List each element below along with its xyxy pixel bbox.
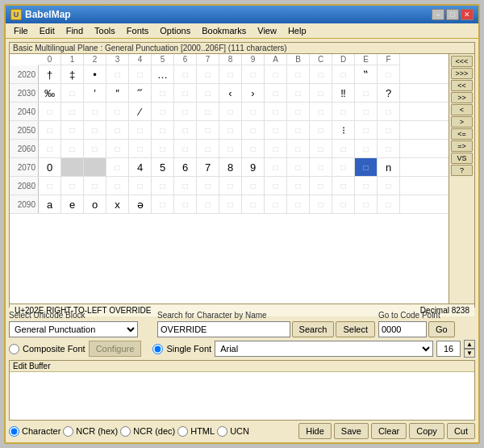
grid-cell-20208[interactable]: □: [219, 65, 242, 83]
grid-cell-20209[interactable]: □: [242, 65, 265, 83]
grid-cell-2060F[interactable]: □: [378, 140, 400, 157]
minimize-button[interactable]: −: [432, 9, 444, 20]
ncr-hex-radio[interactable]: [63, 426, 73, 437]
grid-cell-20507[interactable]: □: [197, 121, 219, 139]
grid-cell-20704[interactable]: 4: [129, 158, 152, 176]
grid-cell-20607[interactable]: □: [197, 140, 219, 157]
grid-cell-20701[interactable]: □: [61, 158, 84, 176]
grid-cell-20605[interactable]: □: [152, 140, 174, 157]
grid-cell-20807[interactable]: □: [197, 177, 219, 195]
grid-cell-20503[interactable]: □: [106, 121, 129, 139]
edit-buffer-content[interactable]: [10, 371, 474, 420]
grid-cell-2020C[interactable]: □: [310, 65, 332, 83]
menu-view[interactable]: View: [252, 24, 282, 37]
select-button[interactable]: Select: [336, 321, 375, 337]
menu-file[interactable]: File: [9, 24, 33, 37]
grid-cell-20705[interactable]: 5: [152, 158, 174, 176]
grid-cell-2050A[interactable]: □: [265, 121, 287, 139]
grid-cell-2070C[interactable]: □: [310, 158, 332, 176]
grid-cell-20408[interactable]: □: [219, 103, 242, 120]
grid-cell-20608[interactable]: □: [219, 140, 242, 157]
grid-cell-20508[interactable]: □: [219, 121, 242, 139]
grid-cell-20304[interactable]: ‴: [129, 84, 152, 102]
grid-cell-2040B[interactable]: □: [287, 103, 310, 120]
grid-cell-20708[interactable]: 8: [219, 158, 242, 176]
grid-cell-20401[interactable]: □: [61, 103, 84, 120]
goto-input[interactable]: [378, 321, 427, 337]
grid-cell-20309[interactable]: ›: [242, 84, 265, 102]
grid-cell-2030D[interactable]: ‼: [332, 84, 355, 102]
grid-cell-20909[interactable]: □: [242, 195, 265, 213]
grid-cell-20604[interactable]: □: [129, 140, 152, 157]
grid-cell-20402[interactable]: □: [84, 103, 106, 120]
scroll-next-row[interactable]: >: [451, 116, 473, 128]
grid-cell-20908[interactable]: □: [219, 195, 242, 213]
scroll-last[interactable]: >>>: [451, 68, 473, 79]
grid-cell-20400[interactable]: □: [39, 103, 61, 120]
menu-tools[interactable]: Tools: [90, 24, 120, 37]
grid-cell-2050C[interactable]: □: [310, 121, 332, 139]
search-input[interactable]: [157, 321, 290, 337]
grid-cell-2090A[interactable]: □: [265, 195, 287, 213]
grid-cell-20809[interactable]: □: [242, 177, 265, 195]
grid-cell-2090F[interactable]: □: [378, 195, 400, 213]
grid-cell-20904[interactable]: ə: [129, 195, 152, 213]
grid-cell-2040E[interactable]: □: [355, 103, 378, 120]
grid-cell-2070B[interactable]: □: [287, 158, 310, 176]
copy-button[interactable]: Copy: [409, 423, 444, 439]
grid-cell-20407[interactable]: □: [197, 103, 219, 120]
menu-edit[interactable]: Edit: [35, 24, 60, 37]
search-button[interactable]: Search: [292, 321, 335, 337]
grid-cell-2020A[interactable]: □: [265, 65, 287, 83]
grid-cell-20404[interactable]: ⁄: [129, 103, 152, 120]
scroll-first[interactable]: <<<: [451, 56, 473, 67]
scroll-vs[interactable]: VS: [451, 153, 473, 164]
grid-cell-20306[interactable]: □: [174, 84, 197, 102]
grid-cell-2030C[interactable]: □: [310, 84, 332, 102]
grid-cell-2060B[interactable]: □: [287, 140, 310, 157]
menu-fonts[interactable]: Fonts: [122, 24, 154, 37]
grid-cell-2080B[interactable]: □: [287, 177, 310, 195]
grid-cell-20505[interactable]: □: [152, 121, 174, 139]
grid-cell-20600[interactable]: □: [39, 140, 61, 157]
grid-cell-20801[interactable]: □: [61, 177, 84, 195]
grid-cell-2060E[interactable]: □: [355, 140, 378, 157]
grid-cell-2070D[interactable]: □: [332, 158, 355, 176]
grid-cell-20406[interactable]: □: [174, 103, 197, 120]
scroll-prev-row[interactable]: <: [451, 104, 473, 115]
grid-cell-2020D[interactable]: □: [332, 65, 355, 83]
grid-cell-2020F[interactable]: □: [378, 65, 400, 83]
grid-cell-2090D[interactable]: □: [332, 195, 355, 213]
grid-cell-20504[interactable]: □: [129, 121, 152, 139]
grid-cell-20802[interactable]: □: [84, 177, 106, 195]
grid-cell-2080C[interactable]: □: [310, 177, 332, 195]
grid-cell-20500[interactable]: □: [39, 121, 61, 139]
grid-cell-2070A[interactable]: □: [265, 158, 287, 176]
grid-cell-20206[interactable]: □: [174, 65, 197, 83]
font-size-up[interactable]: ▲: [464, 340, 475, 349]
grid-cell-2040A[interactable]: □: [265, 103, 287, 120]
grid-cell-20805[interactable]: □: [152, 177, 174, 195]
menu-options[interactable]: Options: [155, 24, 195, 37]
grid-cell-2030A[interactable]: □: [265, 84, 287, 102]
grid-cell-2090B[interactable]: □: [287, 195, 310, 213]
grid-cell-20707[interactable]: 7: [197, 158, 219, 176]
maximize-button[interactable]: □: [446, 9, 459, 20]
grid-cell-20902[interactable]: o: [84, 195, 106, 213]
grid-cell-20204[interactable]: □: [129, 65, 152, 83]
grid-cell-2040D[interactable]: □: [332, 103, 355, 120]
grid-cell-20905[interactable]: □: [152, 195, 174, 213]
grid-cell-20806[interactable]: □: [174, 177, 197, 195]
char-radio[interactable]: [9, 426, 19, 437]
grid-cell-20907[interactable]: □: [197, 195, 219, 213]
grid-cell-20509[interactable]: □: [242, 121, 265, 139]
grid-cell-20602[interactable]: □: [84, 140, 106, 157]
grid-cell-2080A[interactable]: □: [265, 177, 287, 195]
grid-cell-20202[interactable]: •: [84, 65, 106, 83]
goto-button[interactable]: Go: [428, 321, 455, 337]
grid-cell-2060D[interactable]: □: [332, 140, 355, 157]
grid-cell-20200[interactable]: †: [39, 65, 61, 83]
grid-cell-20601[interactable]: □: [61, 140, 84, 157]
grid-cell-20709[interactable]: 9: [242, 158, 265, 176]
grid-cell-20800[interactable]: □: [39, 177, 61, 195]
